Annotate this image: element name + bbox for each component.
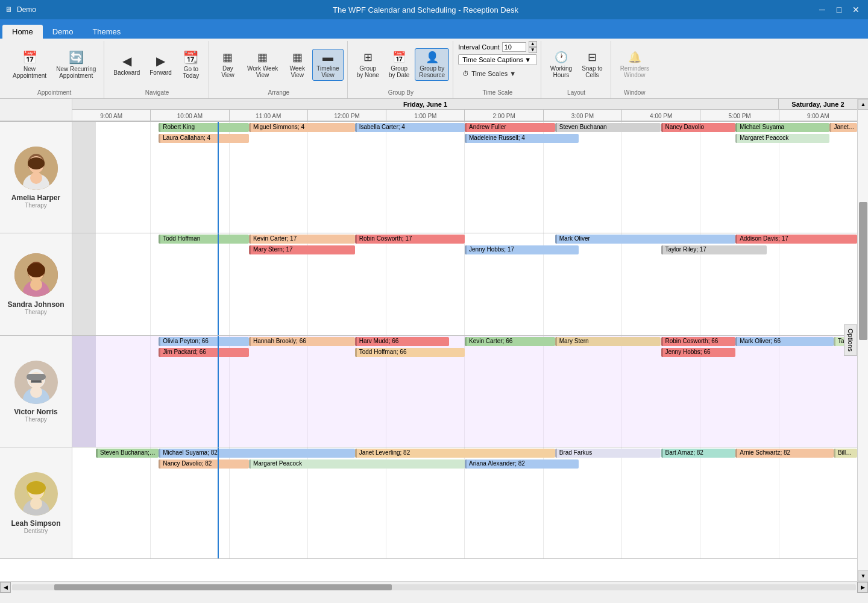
group-none-icon: ⊞ <box>363 51 373 64</box>
working-hours-button[interactable]: 🕐 WorkingHours <box>546 48 577 81</box>
apt-kevin-carter-66[interactable]: Kevin Carter; 66 <box>465 337 555 346</box>
apt-robert-king[interactable]: Robert King <box>159 123 249 132</box>
app-icon: 🖥 <box>5 5 12 14</box>
snap-to-cells-label: Snap toCells <box>582 65 602 78</box>
scroll-right-button[interactable]: ▶ <box>857 582 868 593</box>
snap-to-cells-icon: ⊟ <box>588 51 597 64</box>
spin-down-button[interactable]: ▼ <box>529 47 537 53</box>
apt-mary-stern-66[interactable]: Mary Stern <box>555 337 661 346</box>
h-scroll-thumb[interactable] <box>54 584 392 590</box>
timeline-view-label: TimelineView <box>316 65 339 78</box>
apt-brad-farkus[interactable]: Brad Farkus <box>555 449 661 458</box>
apt-olivia-peyton[interactable]: Olivia Peyton; 66 <box>159 337 249 346</box>
new-appointment-label: NewAppointment <box>13 66 46 79</box>
day-view-button[interactable]: ▦ DayView <box>214 48 242 81</box>
apt-michael-suyama[interactable]: Michael Suyama <box>735 123 829 132</box>
apt-jim-packard[interactable]: Jim Packard; 66 <box>159 348 249 357</box>
apt-janet-leverling-82[interactable]: Janet Leverling; 82 <box>355 449 555 458</box>
apt-margaret-peacock[interactable]: Margaret Peacock <box>735 134 829 143</box>
new-appointment-button[interactable]: 📅 NewAppointment <box>8 48 51 81</box>
apt-janet-leverling[interactable]: Janet Leverling; 4 <box>829 123 857 132</box>
scroll-up-button[interactable]: ▲ <box>858 99 868 110</box>
apt-jenny-hobbs-17[interactable]: Jenny Hobbs; 17 <box>465 245 579 254</box>
scroll-thumb[interactable] <box>859 202 867 340</box>
apt-steven-buchanan[interactable]: Steven Buchanan <box>555 123 661 132</box>
apt-billy-zimmer[interactable]: Billy Zimmer; 82 <box>834 449 857 458</box>
apt-arnie-schwartz[interactable]: Arnie Schwartz; 82 <box>735 449 834 458</box>
ribbon-group-layout: 🕐 WorkingHours ⊟ Snap toCells Layout <box>542 41 611 98</box>
close-button[interactable]: ✕ <box>849 2 863 17</box>
apt-nancy-davolio-82[interactable]: Nancy Davolio; 82 <box>159 459 249 469</box>
apt-mark-oliver[interactable]: Mark Oliver <box>555 235 735 244</box>
apt-margaret-peacock-leah[interactable]: Margaret Peacock <box>249 459 465 469</box>
tab-demo[interactable]: Demo <box>43 25 83 39</box>
apt-hannah-brookly[interactable]: Hannah Brookly; 66 <box>249 337 355 346</box>
apt-ariana-alexander[interactable]: Ariana Alexander; 82 <box>465 459 579 469</box>
sandra-before-hours <box>72 233 96 335</box>
amelia-name: Amelia Harper <box>11 194 60 202</box>
apt-taylor-riley-17[interactable]: Taylor Riley; 17 <box>661 245 767 254</box>
apt-nancy-davolio[interactable]: Nancy Davolio <box>661 123 736 132</box>
snap-to-cells-button[interactable]: ⊟ Snap toCells <box>577 48 606 81</box>
timeline-view-button[interactable]: ▬ TimelineView <box>312 49 343 81</box>
apt-kevin-carter-17[interactable]: Kevin Carter; 17 <box>249 235 355 244</box>
goto-today-button[interactable]: 📆 Go toToday <box>177 48 205 81</box>
apt-robin-cosworth-17[interactable]: Robin Cosworth; 17 <box>355 235 465 244</box>
spin-up-button[interactable]: ▲ <box>529 41 537 47</box>
working-hours-icon: 🕐 <box>555 51 568 64</box>
apt-michael-suyama-82[interactable]: Michael Suyama; 82 <box>159 449 355 458</box>
minimize-button[interactable]: ─ <box>815 2 829 17</box>
ribbon-groupby-items: ⊞ Groupby None 📅 Groupby Date 👤 Group by… <box>353 41 450 88</box>
apt-robin-cosworth-66[interactable]: Robin Cosworth; 66 <box>661 337 736 346</box>
apt-miguel-simmons[interactable]: Miguel Simmons; 4 <box>249 123 355 132</box>
apt-jenny-hobbs-66[interactable]: Jenny Hobbs; 66 <box>661 348 736 357</box>
time-slot-3pm: 3:00 PM <box>544 110 622 122</box>
apt-steven-buchanan-82[interactable]: Steven Buchanan; 82 <box>96 449 159 458</box>
group-resource-button[interactable]: 👤 Group byResource <box>415 48 449 81</box>
maximize-button[interactable]: □ <box>832 2 846 17</box>
interval-label: Interval Count <box>458 43 499 51</box>
apt-mary-stern-17[interactable]: Mary Stern; 17 <box>249 245 355 254</box>
h-scroll-track <box>12 584 856 590</box>
group-none-label: Groupby None <box>357 65 379 78</box>
workweek-view-button[interactable]: ▦ Work WeekView <box>243 48 282 81</box>
scroll-left-button[interactable]: ◀ <box>0 582 11 593</box>
new-recurring-button[interactable]: 🔄 New RecurringAppointment <box>52 48 100 81</box>
apt-mark-oliver-66[interactable]: Mark Oliver; 66 <box>735 337 834 346</box>
time-slot-9am: 9:00 AM <box>72 110 151 122</box>
backward-button[interactable]: ◀ Backward <box>109 51 144 78</box>
svg-point-3 <box>28 157 45 169</box>
leah-type: Dentistry <box>24 528 48 534</box>
timescale-captions-dropdown[interactable]: Time Scale Captions ▼ <box>458 54 536 65</box>
apt-laura-callahan[interactable]: Laura Callahan; 4 <box>159 134 249 143</box>
tab-themes[interactable]: Themes <box>83 25 130 39</box>
apt-harv-mudd[interactable]: Harv Mudd; 66 <box>355 337 449 346</box>
apt-addison-davis[interactable]: Addison Davis; 17 <box>735 235 857 244</box>
tab-home[interactable]: Home <box>2 25 43 39</box>
reminders-window-label: RemindersWindow <box>620 65 649 78</box>
navigate-group-label: Navigate <box>145 89 169 96</box>
svg-point-9 <box>27 263 45 277</box>
reminders-window-button[interactable]: 🔔 RemindersWindow <box>616 48 653 81</box>
avatar-leah-svg <box>14 472 58 516</box>
interval-input[interactable] <box>502 42 526 52</box>
group-date-button[interactable]: 📅 Groupby Date <box>385 48 414 81</box>
scroll-down-button[interactable]: ▼ <box>858 570 868 581</box>
apt-madeleine-russell[interactable]: Madeleine Russell; 4 <box>465 134 579 143</box>
options-tab[interactable]: Options <box>844 324 857 356</box>
timescale-captions-arrow: ▼ <box>524 56 531 63</box>
apt-todd-hoffman[interactable]: Todd Hoffman <box>159 235 249 244</box>
apt-isabella-carter[interactable]: Isabella Carter; 4 <box>355 123 465 132</box>
calendar-container: Friday, June 1 Saturday, June 2 9:00 AM … <box>0 99 868 581</box>
apt-bart-arnaz[interactable]: Bart Arnaz; 82 <box>661 449 736 458</box>
apt-andrew-fuller[interactable]: Andrew Fuller <box>465 123 555 132</box>
sandra-timeline: Todd Hoffman Kevin Carter; 17 Robin Cosw… <box>72 233 857 335</box>
forward-button[interactable]: ▶ Forward <box>145 51 176 78</box>
group-resource-label: Group byResource <box>419 65 445 78</box>
week-view-button[interactable]: ▦ WeekView <box>283 48 311 81</box>
sandra-type: Therapy <box>25 309 47 315</box>
apt-todd-hoffman-66[interactable]: Todd Hoffman; 66 <box>355 348 465 357</box>
date-label-friday: Friday, June 1 <box>72 99 779 110</box>
group-none-button[interactable]: ⊞ Groupby None <box>353 48 383 81</box>
time-scales-button[interactable]: ⏱ Time Scales ▼ <box>458 68 520 79</box>
